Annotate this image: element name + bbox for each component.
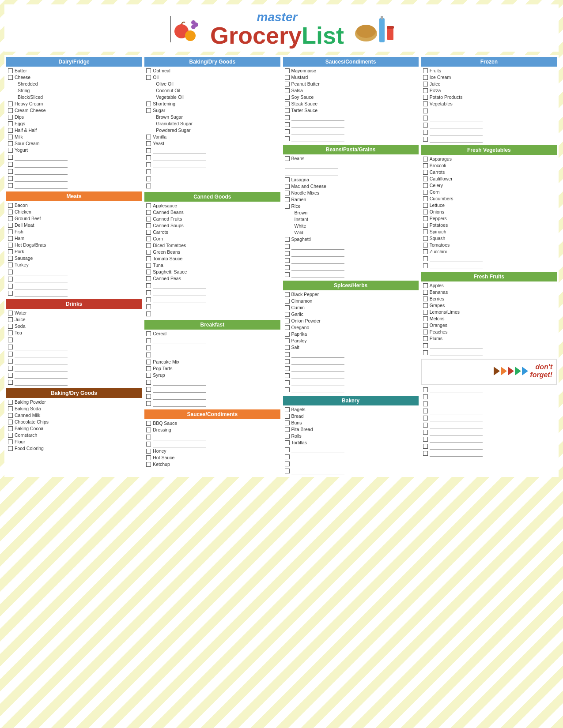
checkbox[interactable] xyxy=(423,249,428,254)
checkbox[interactable] xyxy=(285,115,290,120)
checkbox[interactable] xyxy=(423,95,428,100)
checkbox[interactable] xyxy=(285,387,290,392)
checkbox[interactable] xyxy=(423,243,428,248)
checkbox[interactable] xyxy=(8,128,13,133)
checkbox[interactable] xyxy=(285,156,290,161)
checkbox[interactable] xyxy=(423,350,428,355)
checkbox[interactable] xyxy=(146,263,151,268)
checkbox[interactable] xyxy=(8,249,13,254)
checkbox[interactable] xyxy=(8,236,13,241)
checkbox[interactable] xyxy=(423,423,428,428)
checkbox[interactable] xyxy=(146,338,151,343)
checkbox[interactable] xyxy=(285,420,290,425)
checkbox[interactable] xyxy=(8,338,13,342)
checkbox[interactable] xyxy=(146,162,151,167)
checkbox[interactable] xyxy=(423,183,428,188)
checkbox[interactable] xyxy=(146,353,151,357)
checkbox[interactable] xyxy=(146,401,151,406)
checkbox[interactable] xyxy=(8,203,13,208)
checkbox[interactable] xyxy=(423,394,428,399)
checkbox[interactable] xyxy=(423,116,428,120)
checkbox[interactable] xyxy=(8,68,13,73)
checkbox[interactable] xyxy=(8,291,13,296)
checkbox[interactable] xyxy=(146,256,151,261)
checkbox[interactable] xyxy=(8,121,13,126)
checkbox[interactable] xyxy=(8,141,13,146)
checkbox[interactable] xyxy=(285,434,290,439)
checkbox[interactable] xyxy=(8,413,13,418)
checkbox[interactable] xyxy=(285,237,290,242)
checkbox[interactable] xyxy=(423,203,428,208)
checkbox[interactable] xyxy=(146,297,151,302)
checkbox[interactable] xyxy=(423,82,428,86)
checkbox[interactable] xyxy=(423,101,428,106)
checkbox[interactable] xyxy=(146,184,151,188)
checkbox[interactable] xyxy=(8,284,13,289)
checkbox[interactable] xyxy=(423,437,428,442)
checkbox[interactable] xyxy=(285,319,290,323)
checkbox[interactable] xyxy=(423,336,428,341)
checkbox[interactable] xyxy=(146,345,151,350)
checkbox[interactable] xyxy=(423,402,428,406)
checkbox[interactable] xyxy=(285,312,290,317)
checkbox[interactable] xyxy=(285,407,290,412)
checkbox[interactable] xyxy=(285,129,290,134)
checkbox[interactable] xyxy=(8,135,13,139)
checkbox[interactable] xyxy=(146,331,151,336)
checkbox[interactable] xyxy=(285,177,290,182)
checkbox[interactable] xyxy=(8,345,13,349)
checkbox[interactable] xyxy=(8,373,13,378)
checkbox[interactable] xyxy=(8,406,13,411)
checkbox[interactable] xyxy=(146,169,151,174)
checkbox[interactable] xyxy=(146,68,151,73)
checkbox[interactable] xyxy=(8,277,13,281)
checkbox[interactable] xyxy=(423,451,428,456)
checkbox[interactable] xyxy=(146,366,151,371)
checkbox[interactable] xyxy=(423,137,428,142)
checkbox[interactable] xyxy=(146,290,151,295)
checkbox[interactable] xyxy=(146,176,151,181)
checkbox[interactable] xyxy=(146,360,151,364)
checkbox[interactable] xyxy=(285,366,290,371)
checkbox[interactable] xyxy=(146,230,151,235)
checkbox[interactable] xyxy=(423,303,428,308)
checkbox[interactable] xyxy=(285,292,290,297)
checkbox[interactable] xyxy=(423,296,428,301)
checkbox[interactable] xyxy=(146,250,151,255)
checkbox[interactable] xyxy=(146,203,151,208)
checkbox[interactable] xyxy=(423,323,428,328)
checkbox[interactable] xyxy=(285,75,290,80)
checkbox[interactable] xyxy=(146,304,151,309)
checkbox[interactable] xyxy=(285,454,290,459)
checkbox[interactable] xyxy=(285,427,290,432)
checkbox[interactable] xyxy=(8,155,13,160)
checkbox[interactable] xyxy=(423,109,428,113)
checkbox[interactable] xyxy=(8,263,13,267)
checkbox[interactable] xyxy=(285,244,290,249)
checkbox[interactable] xyxy=(146,455,151,460)
checkbox[interactable] xyxy=(423,88,428,93)
checkbox[interactable] xyxy=(423,236,428,241)
checkbox[interactable] xyxy=(423,75,428,80)
checkbox[interactable] xyxy=(285,101,290,106)
checkbox[interactable] xyxy=(423,229,428,234)
checkbox[interactable] xyxy=(146,223,151,228)
checkbox[interactable] xyxy=(146,421,151,426)
checkbox[interactable] xyxy=(8,210,13,214)
checkbox[interactable] xyxy=(423,157,428,161)
checkbox[interactable] xyxy=(423,444,428,449)
checkbox[interactable] xyxy=(8,352,13,356)
checkbox[interactable] xyxy=(146,75,151,80)
checkbox[interactable] xyxy=(8,108,13,113)
checkbox[interactable] xyxy=(423,330,428,334)
checkbox[interactable] xyxy=(285,204,290,209)
checkbox[interactable] xyxy=(423,310,428,315)
checkbox[interactable] xyxy=(146,270,151,274)
checkbox[interactable] xyxy=(8,223,13,228)
checkbox[interactable] xyxy=(146,155,151,160)
checkbox[interactable] xyxy=(423,163,428,168)
checkbox[interactable] xyxy=(146,148,151,153)
checkbox[interactable] xyxy=(8,311,13,315)
checkbox[interactable] xyxy=(8,101,13,106)
checkbox[interactable] xyxy=(146,435,151,439)
